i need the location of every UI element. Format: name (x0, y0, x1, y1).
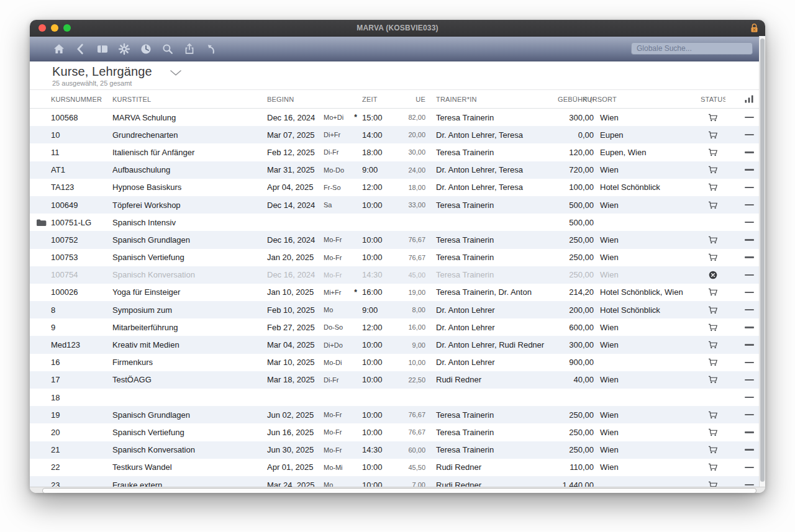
cell-gebuehr: 900,00 (558, 358, 594, 367)
share-button[interactable] (183, 42, 196, 56)
cell-wochentage: Sa (324, 201, 351, 209)
cell-status (701, 114, 725, 122)
cell-gebuehr: 214,20 (558, 287, 594, 297)
table-row[interactable]: 18 (30, 389, 759, 406)
cell-status (701, 288, 725, 296)
column-header-trainer[interactable]: TRAINER*IN (425, 96, 558, 103)
column-header-beginn[interactable]: BEGINN (267, 96, 324, 103)
table-header: KURSNUMMER KURSTITEL BEGINN ZEIT UE TRAI… (30, 90, 759, 109)
vertical-scrollbar-thumb[interactable] (760, 38, 765, 482)
panel-view-button[interactable] (96, 42, 109, 56)
table-row[interactable]: 8 Symposium zum Feb 10, 2025 Mo 9:00 8,0… (30, 301, 759, 318)
cell-wochentage: Mo-Fr (324, 428, 351, 436)
cell-status (701, 236, 725, 244)
table-row[interactable]: 100649 Töpferei Workshop Dec 14, 2024 Sa… (30, 196, 759, 214)
cell-beginn: Dec 16, 2024 (267, 235, 324, 245)
cell-kursnummer: 18 (51, 393, 112, 402)
history-button[interactable] (139, 42, 153, 56)
cell-chart (725, 449, 759, 450)
cell-kursort: Wien (594, 340, 701, 349)
table-row[interactable]: 11 Italienisch für Anfänger Feb 12, 2025… (30, 143, 759, 161)
jump-arrow-icon (205, 43, 217, 55)
cell-trainer: Dr. Anton Lehrer (425, 358, 558, 367)
cart-icon (708, 446, 718, 454)
cell-trainer: Teresa Trainerin (425, 201, 558, 210)
page-title: Kurse, Lehrgänge (52, 65, 152, 79)
column-header-kursort[interactable]: KURSORT (576, 96, 683, 103)
cell-zeit: 14:30 (360, 445, 396, 454)
cell-kursnummer: 100649 (51, 201, 112, 210)
cell-zeit: 15:00 (360, 113, 396, 122)
table-row[interactable]: 9 Mitarbeiterführung Feb 27, 2025 Do-So … (30, 318, 759, 336)
cell-chart (725, 397, 759, 398)
column-header-ue[interactable]: UE (396, 96, 425, 103)
cell-trainer: Dr. Anton Lehrer, Teresa (425, 165, 558, 174)
cell-gebuehr: 110,00 (558, 462, 594, 472)
cell-status (701, 148, 725, 156)
table-row[interactable]: 22 Testkurs Wandel Apr 01, 2025 Mo-Mi 10… (30, 459, 759, 476)
settings-button[interactable] (117, 42, 131, 56)
dash-indicator (745, 414, 754, 415)
cell-kursort: Wien (594, 410, 701, 420)
table-row[interactable]: 21 Spanisch Konversation Jun 30, 2025 Mo… (30, 441, 759, 459)
table-row[interactable]: 20 Spanisch Vertiefung Jun 16, 2025 Mo-F… (30, 423, 759, 441)
cell-star-marker: * (351, 288, 360, 297)
search-button[interactable] (161, 42, 175, 56)
cell-kurstitel: Hypnose Basiskurs (112, 183, 267, 192)
table-row[interactable]: AT1 Aufbauschulung Mar 31, 2025 Mo-Do 9:… (30, 161, 759, 179)
column-header-kursnummer[interactable]: KURSNUMMER (51, 96, 112, 103)
table-row[interactable]: 16 Firmenkurs Mar 10, 2025 Mo-Di 10:00 1… (30, 354, 759, 371)
cell-chart (725, 309, 759, 310)
horizontal-scrollbar[interactable] (30, 487, 765, 493)
back-button[interactable] (74, 42, 88, 56)
table-row[interactable]: Med123 Kreativ mit Medien Mar 04, 2025 D… (30, 336, 759, 353)
cell-beginn: Feb 12, 2025 (267, 148, 324, 157)
cell-zeit: 10:00 (360, 253, 396, 262)
cell-wochentage: Mo-Di (324, 359, 351, 366)
column-header-kurstitel[interactable]: KURSTITEL (112, 96, 267, 103)
cell-zeit: 10:00 (360, 410, 396, 420)
cell-trainer: Teresa Trainerin (425, 253, 558, 262)
table-row[interactable]: 17 TestÖAGG Mar 18, 2025 Di-Fr 10:00 22,… (30, 371, 759, 389)
column-header-zeit[interactable]: ZEIT (360, 96, 396, 103)
cell-beginn: Dec 16, 2024 (267, 270, 324, 279)
cell-kursnummer: 21 (51, 445, 112, 454)
dash-indicator (745, 222, 754, 223)
cell-status (701, 306, 725, 314)
table-row[interactable]: 100752 Spanisch Grundlagen Dec 16, 2024 … (30, 231, 759, 248)
cell-star-marker: * (351, 113, 360, 122)
jump-to-button[interactable] (204, 42, 218, 56)
table-row[interactable]: 100754 Spanisch Konversation Dec 16, 202… (30, 266, 759, 284)
table-row[interactable]: 100753 Spanisch Vertiefung Jan 20, 2025 … (30, 249, 759, 266)
table-row[interactable]: 100568 MARVA Schulung Dec 16, 2024 Mo+Di… (30, 109, 759, 126)
cell-kursnummer: 10 (51, 130, 112, 140)
horizontal-scrollbar-thumb[interactable] (42, 488, 756, 493)
cell-kurstitel: Kreativ mit Medien (112, 340, 267, 349)
chevron-down-icon[interactable] (170, 70, 182, 76)
table-row[interactable]: TA123 Hypnose Basiskurs Apr 04, 2025 Fr-… (30, 179, 759, 196)
home-button[interactable] (52, 42, 66, 56)
cell-zeit: 9:00 (360, 165, 396, 174)
cell-kursnummer: TA123 (51, 183, 112, 192)
column-header-status[interactable]: STATUS (701, 96, 725, 103)
dash-indicator (745, 134, 754, 135)
cell-ue: 9,00 (396, 341, 425, 349)
cell-kursnummer: 9 (51, 323, 112, 332)
vertical-scrollbar[interactable] (759, 36, 765, 487)
cell-beginn: Apr 04, 2025 (267, 183, 324, 192)
table-row[interactable]: 100026 Yoga für Einsteiger Jan 10, 2025 … (30, 284, 759, 301)
cell-wochentage: Mo-Fr (324, 236, 351, 243)
cell-trainer: Dr. Anton Lehrer, Rudi Redner (425, 340, 558, 349)
column-config-button[interactable] (725, 95, 759, 103)
lock-icon[interactable] (750, 23, 758, 33)
table-row[interactable]: 100751-LG Spanisch Intensiv 500,00 (30, 214, 759, 231)
cell-kursort: Hotel Schönblick (594, 305, 701, 315)
table-row[interactable]: 10 Grundrechenarten Mar 07, 2025 Di+Fr 1… (30, 126, 759, 143)
table-row[interactable]: 19 Spanisch Grundlagen Jun 02, 2025 Mo-F… (30, 406, 759, 423)
cell-zeit: 10:00 (360, 375, 396, 384)
cell-wochentage: Do-So (324, 323, 351, 331)
folder-icon (36, 219, 47, 227)
cart-icon (708, 323, 718, 331)
global-search-input[interactable] (631, 42, 753, 55)
cell-wochentage: Fr-So (324, 184, 351, 191)
